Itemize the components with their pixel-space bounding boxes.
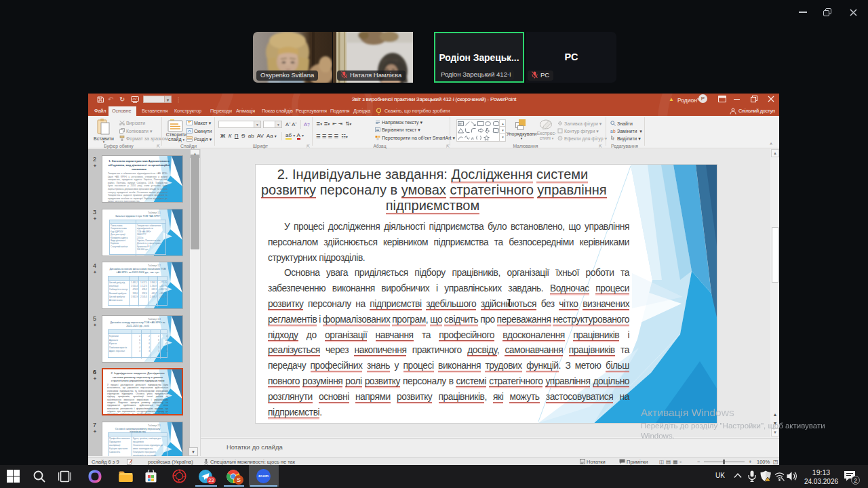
svg-text:b: b <box>613 129 616 134</box>
svg-text:!: ! <box>767 479 768 482</box>
